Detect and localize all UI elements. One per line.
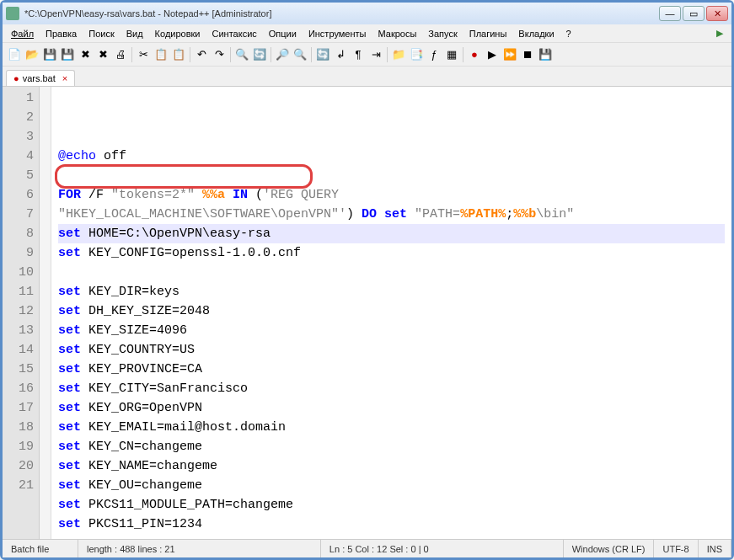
new-icon[interactable]: 📄 xyxy=(6,46,23,63)
chars-icon[interactable]: ¶ xyxy=(350,46,367,63)
print-icon[interactable]: 🖨 xyxy=(112,46,129,63)
menu-run[interactable]: Запуск xyxy=(423,27,462,40)
cut-icon[interactable]: ✂ xyxy=(135,46,152,63)
close-file-icon[interactable]: ✖ xyxy=(77,46,94,63)
zoom-out-icon[interactable]: 🔍 xyxy=(292,46,308,63)
separator xyxy=(463,47,463,62)
file-tab[interactable]: ● vars.bat × xyxy=(6,70,75,86)
copy-icon[interactable]: 📋 xyxy=(153,46,169,63)
code-line[interactable]: set HOME=C:\OpenVPN\easy-rsa xyxy=(58,224,725,243)
code-line[interactable]: set KEY_CONFIG=openssl-1.0.0.cnf xyxy=(58,243,725,263)
tab-close-icon[interactable]: × xyxy=(62,73,67,83)
status-length: length : 488 lines : 21 xyxy=(78,540,321,557)
modified-icon: ● xyxy=(13,73,19,83)
zoom-in-icon[interactable]: 🔎 xyxy=(274,46,291,63)
save-icon[interactable]: 💾 xyxy=(41,46,58,63)
sync-icon[interactable]: 🔄 xyxy=(314,46,331,63)
titlebar[interactable]: *C:\OpenVPN\easy-rsa\vars.bat - Notepad+… xyxy=(3,3,731,24)
open-icon[interactable]: 📂 xyxy=(24,46,40,63)
status-filetype: Batch file xyxy=(3,540,78,557)
code-line[interactable]: set KEY_DIR=keys xyxy=(58,282,725,301)
app-window: *C:\OpenVPN\easy-rsa\vars.bat - Notepad+… xyxy=(0,0,734,560)
menu-view[interactable]: Вид xyxy=(121,27,148,40)
statusbar: Batch file length : 488 lines : 21 Ln : … xyxy=(3,539,731,557)
menu-search[interactable]: Поиск xyxy=(83,27,119,40)
doc-icon[interactable]: 📑 xyxy=(408,46,425,63)
menu-help[interactable]: ? xyxy=(561,27,576,40)
code-line[interactable]: set PKCS11_PIN=1234 xyxy=(58,515,725,534)
code-line[interactable]: set KEY_PROVINCE=CA xyxy=(58,360,725,379)
code-line[interactable]: set PKCS11_MODULE_PATH=changeme xyxy=(58,495,725,515)
play-macro-icon[interactable]: ▶ xyxy=(484,46,501,63)
code-line[interactable]: set KEY_SIZE=4096 xyxy=(58,321,725,340)
tabbar: ● vars.bat × xyxy=(3,67,731,87)
folder-icon[interactable]: 📁 xyxy=(390,46,407,63)
toolbar: 📄 📂 💾 💾 ✖ ✖ 🖨 ✂ 📋 📋 ↶ ↷ 🔍 🔄 🔎 🔍 🔄 ↲ ¶ ⇥ … xyxy=(3,43,731,67)
redo-icon[interactable]: ↷ xyxy=(211,46,228,63)
fastfwd-icon[interactable]: ⏩ xyxy=(501,46,518,63)
separator xyxy=(271,47,271,62)
code-line[interactable]: set KEY_OU=changeme xyxy=(58,476,725,495)
code-line[interactable]: set KEY_CITY=SanFrancisco xyxy=(58,379,725,398)
code-area[interactable]: @echo offFOR /F "tokens=2*" %%a IN ('REG… xyxy=(51,87,731,539)
code-line[interactable] xyxy=(58,263,725,282)
play-icon[interactable]: ▶ xyxy=(711,26,728,40)
wrap-icon[interactable]: ↲ xyxy=(332,46,349,63)
minimize-button[interactable]: — xyxy=(659,6,681,21)
close-all-icon[interactable]: ✖ xyxy=(94,46,111,63)
undo-icon[interactable]: ↶ xyxy=(193,46,210,63)
func-icon[interactable]: ƒ xyxy=(426,46,442,63)
status-mode[interactable]: INS xyxy=(699,540,731,557)
app-icon xyxy=(6,7,19,20)
menu-tabs[interactable]: Вкладки xyxy=(513,27,559,40)
map-icon[interactable]: ▦ xyxy=(443,46,460,63)
menu-file[interactable]: Файл xyxy=(6,27,39,40)
menu-macros[interactable]: Макросы xyxy=(372,27,421,40)
menu-syntax[interactable]: Синтаксис xyxy=(207,27,262,40)
code-line[interactable]: set DH_KEY_SIZE=2048 xyxy=(58,301,725,321)
code-line[interactable]: set KEY_EMAIL=mail@host.domain xyxy=(58,418,725,437)
code-line[interactable]: set KEY_NAME=changeme xyxy=(58,456,725,476)
find-icon[interactable]: 🔍 xyxy=(233,46,250,63)
separator xyxy=(387,47,388,62)
status-eol[interactable]: Windows (CR LF) xyxy=(564,540,655,557)
separator xyxy=(131,47,132,62)
menubar: Файл Правка Поиск Вид Кодировки Синтакси… xyxy=(3,24,731,43)
code-line[interactable] xyxy=(58,534,725,539)
code-line[interactable]: @echo off xyxy=(58,147,725,166)
status-encoding[interactable]: UTF-8 xyxy=(654,540,698,557)
stop-icon[interactable]: ⏹ xyxy=(519,46,536,63)
save-all-icon[interactable]: 💾 xyxy=(59,46,76,63)
close-button[interactable]: ✕ xyxy=(706,6,728,21)
code-line[interactable]: set KEY_ORG=OpenVPN xyxy=(58,398,725,418)
separator xyxy=(311,47,312,62)
record-icon[interactable]: ● xyxy=(466,46,483,63)
code-line[interactable]: set KEY_CN=changeme xyxy=(58,437,725,456)
save-macro-icon[interactable]: 💾 xyxy=(537,46,554,63)
code-line[interactable]: set KEY_COUNTRY=US xyxy=(58,340,725,360)
line-gutter: 123456789101112131415161718192021 xyxy=(3,87,40,539)
menu-edit[interactable]: Правка xyxy=(40,27,82,40)
replace-icon[interactable]: 🔄 xyxy=(251,46,268,63)
window-title: *C:\OpenVPN\easy-rsa\vars.bat - Notepad+… xyxy=(24,8,659,19)
code-line[interactable] xyxy=(58,166,725,185)
menu-tools[interactable]: Инструменты xyxy=(303,27,372,40)
menu-encoding[interactable]: Кодировки xyxy=(150,27,206,40)
tab-label: vars.bat xyxy=(23,73,56,83)
menu-plugins[interactable]: Плагины xyxy=(464,27,512,40)
maximize-button[interactable]: ▭ xyxy=(683,6,705,21)
separator xyxy=(230,47,231,62)
menu-options[interactable]: Опции xyxy=(264,27,302,40)
editor: 123456789101112131415161718192021 @echo … xyxy=(3,87,731,539)
status-position: Ln : 5 Col : 12 Sel : 0 | 0 xyxy=(321,540,564,557)
indent-icon[interactable]: ⇥ xyxy=(367,46,384,63)
fold-margin xyxy=(40,87,51,539)
code-line[interactable]: FOR /F "tokens=2*" %%a IN ('REG QUERY "H… xyxy=(58,185,725,205)
separator xyxy=(190,47,190,62)
paste-icon[interactable]: 📋 xyxy=(170,46,187,63)
